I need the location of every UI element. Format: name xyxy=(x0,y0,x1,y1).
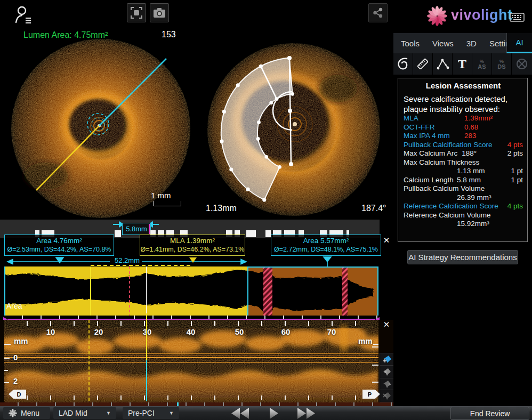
current-frame-line-upper[interactable] xyxy=(146,313,147,360)
close-longitudinal-button[interactable]: ✕ xyxy=(380,318,393,331)
tool-icon-bar: T % AS % DS xyxy=(393,53,532,75)
bottom-toolbar: Menu LAD Mid ▼ Pre-PCI ▼ End Review xyxy=(0,406,532,420)
reference-area-box-distal[interactable]: Area 4.76mm² Ø=2.53mm, DS=44.2%, AS=70.8… xyxy=(4,235,114,256)
depth-dash xyxy=(4,358,10,359)
scale-bar xyxy=(154,201,181,206)
oct-cross-section-right[interactable] xyxy=(206,42,382,217)
vessel-select[interactable]: LAD Mid ▼ xyxy=(53,407,116,419)
tab-tools[interactable]: Tools xyxy=(401,39,420,48)
tab-views[interactable]: Views xyxy=(432,39,454,48)
lesion-row-octffr: OCT-FFR 0.68 xyxy=(404,123,523,132)
rewind-icon[interactable] xyxy=(231,408,240,419)
add-bookmark-button[interactable] xyxy=(380,353,395,366)
depth-label-0: 0 xyxy=(13,353,18,362)
lesion-row-max-arc: Max Calcium Arc 188° 2 pts xyxy=(404,149,523,158)
lesion-row-max-thickness-value: 1.13 mm 1 pt xyxy=(404,167,523,176)
ruler-tick-label: 10 xyxy=(40,327,61,336)
pin-icon xyxy=(382,368,393,376)
ruler-tool[interactable] xyxy=(413,53,433,75)
text-tool[interactable]: T xyxy=(453,53,472,75)
pullback-span-label: 52.2mm xyxy=(112,256,142,264)
lesion-row-max-thickness: Max Calcium Thickness xyxy=(404,158,523,167)
keyboard-icon[interactable] xyxy=(510,13,525,22)
lasso-trace-icon xyxy=(397,57,409,71)
bottom-tick-strip xyxy=(4,395,378,400)
lesion-summary: Severe calcification detected, xyxy=(404,94,523,104)
ruler-dash xyxy=(4,344,11,345)
frame-number: 153 xyxy=(162,30,176,39)
waveform-band-label: Area xyxy=(6,302,22,310)
stent-hatch-band xyxy=(263,266,272,316)
ai-strategy-button[interactable]: AI Strategy Recommendations xyxy=(407,250,518,264)
tab-3d[interactable]: 3D xyxy=(466,39,477,48)
angle-tool[interactable] xyxy=(433,53,453,75)
trace-area-tool[interactable] xyxy=(393,53,413,75)
oct-view-area: Lumen Area: 4.75mm² 153 1 mm 1.13mm 187.… xyxy=(0,0,393,220)
snapshot-button[interactable] xyxy=(150,3,169,22)
ruler-tick-label: 40 xyxy=(180,327,201,336)
as-percent-tool[interactable]: % AS xyxy=(472,53,492,75)
reference-frame-line[interactable] xyxy=(88,320,90,401)
share-icon xyxy=(373,7,383,18)
rewind-icon[interactable] xyxy=(240,408,249,419)
menu-button[interactable]: Menu xyxy=(3,407,50,419)
ruler-tick-label: 60 xyxy=(275,327,296,336)
fast-forward-icon[interactable] xyxy=(307,408,315,419)
frame-filmstrip[interactable] xyxy=(0,402,394,406)
lesion-row-reference-volume-value: 15.92mm³ xyxy=(404,220,523,229)
ruler-tick-label: 70 xyxy=(321,327,342,336)
pin-icon xyxy=(382,380,393,389)
tab-ai-active[interactable]: AI xyxy=(506,33,532,53)
clear-annotations-tool[interactable] xyxy=(512,53,531,75)
camera-icon xyxy=(153,7,166,18)
lesion-summary: plaque instability observed: xyxy=(404,104,523,114)
lesion-row-pullback-score: Pullback Calcification Score 4 pts xyxy=(404,141,523,150)
fit-screen-button[interactable] xyxy=(127,3,146,22)
patient-info-icon[interactable] xyxy=(14,4,33,25)
fit-screen-icon xyxy=(131,7,142,19)
play-icon[interactable] xyxy=(270,408,278,419)
lesion-panel-title: Lesion Assessment xyxy=(404,81,523,90)
pin-delete-icon xyxy=(382,392,393,400)
calcium-arc-angle-readout: 187.4° xyxy=(361,204,386,213)
ruler-unit-left: mm xyxy=(14,336,28,345)
reference-area-box-proximal[interactable]: Area 5.57mm² Ø=2.72mm, DS=48.1%, AS=75.1… xyxy=(271,235,381,256)
vivolight-wordmark: vivolight xyxy=(451,7,513,23)
filmstrip-cursor xyxy=(177,402,179,406)
lesion-row-calcium-length: Calcium Length 5.8 mm 1 pt xyxy=(404,176,523,185)
mla-box[interactable]: MLA 1.39mm² Ø=1.41mm, DS=46.2%, AS=73.1% xyxy=(140,235,245,256)
current-frame-line-lower[interactable] xyxy=(146,360,147,401)
ds-percent-tool[interactable]: % DS xyxy=(492,53,512,75)
depth-dash xyxy=(4,370,8,371)
lesion-row-reference-score: Reference Calcification Score 4 pts xyxy=(404,202,523,211)
bookmark-next-button[interactable] xyxy=(380,378,395,391)
lesion-row-pullback-volume: Pullback Calcium Volume xyxy=(404,184,523,193)
depth-dash xyxy=(372,365,378,366)
longitudinal-ruler xyxy=(4,321,378,326)
pin-add-icon xyxy=(382,354,393,364)
stent-hatch-band xyxy=(342,266,348,316)
ruler-tick-label: 20 xyxy=(88,327,109,336)
lesion-row-maxipa: Max IPA 4 mm 283 xyxy=(404,132,523,141)
close-profile-button[interactable]: ✕ xyxy=(380,234,393,247)
vivolight-logo-icon xyxy=(426,5,448,27)
fast-forward-icon[interactable] xyxy=(297,408,306,419)
lesion-row-pullback-volume-value: 26.39 mm³ xyxy=(404,193,523,203)
menu-pinwheel-icon xyxy=(9,409,17,417)
ruler-unit-right: mm xyxy=(358,336,373,345)
scale-bar-label: 1 mm xyxy=(151,191,171,200)
span-dimension-line xyxy=(0,255,394,266)
clear-icon xyxy=(515,58,528,70)
share-button[interactable] xyxy=(368,3,388,22)
lumen-area-readout: Lumen Area: 4.75mm² xyxy=(23,30,108,40)
depth-dash xyxy=(372,346,378,348)
ruler-tick-label: 50 xyxy=(229,327,250,336)
phase-select[interactable]: Pre-PCI ▼ xyxy=(123,407,179,419)
lumen-area-waveform[interactable] xyxy=(0,266,394,316)
ruler-icon xyxy=(416,57,430,71)
delete-bookmark-button[interactable] xyxy=(380,390,395,402)
bookmark-prev-button[interactable] xyxy=(380,366,395,378)
ruler-dash xyxy=(373,344,378,345)
lesion-row-mla: MLA 1.39mm² xyxy=(404,114,523,123)
end-review-button[interactable]: End Review xyxy=(450,407,529,420)
